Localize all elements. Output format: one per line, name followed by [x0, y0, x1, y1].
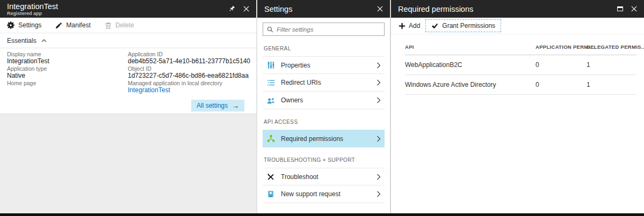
search-icon — [267, 26, 273, 33]
gear-icon — [7, 21, 15, 29]
required-permissions-title: Required permissions — [398, 5, 617, 13]
field-label: Display name — [7, 51, 122, 58]
chevron-right-icon — [377, 191, 381, 197]
app-toolbar: Settings Manifest Delete — [0, 18, 256, 33]
field-label: Object ID — [128, 65, 254, 72]
field-application-type: Application type Native — [7, 65, 122, 79]
filter-settings-input[interactable] — [277, 26, 380, 33]
section-label-general: GENERAL — [263, 46, 385, 51]
field-value: 1d723227-c5d7-486c-bd86-eea6821fd8aa — [128, 72, 254, 80]
delete-button[interactable]: Delete — [105, 21, 134, 29]
manifest-button-label: Manifest — [66, 21, 90, 29]
sliders-icon — [266, 61, 275, 69]
settings-item-redirect-uris[interactable]: Redirect URIs — [263, 74, 385, 92]
chevron-right-icon — [377, 136, 381, 142]
page-subtitle: Registered app — [7, 11, 228, 16]
chevron-right-icon — [377, 174, 381, 180]
column-header-application-permissions: APPLICATION PERMI... — [536, 44, 587, 50]
field-application-id: Application ID deb4b552-5a71-4e10-b611-2… — [128, 51, 254, 65]
delegated-permissions-count: 1 — [587, 81, 636, 88]
column-header-api: API — [405, 44, 536, 50]
settings-item-label: Required permissions — [281, 135, 371, 143]
settings-item-label: New support request — [281, 190, 371, 198]
field-managed-application: Managed application in local directory I… — [128, 80, 254, 94]
field-label: Application ID — [128, 51, 254, 58]
application-permissions-count: 0 — [536, 81, 587, 88]
settings-button[interactable]: Settings — [7, 21, 41, 29]
chevron-right-icon — [377, 97, 381, 103]
settings-item-label: Troubleshoot — [281, 173, 371, 181]
permissions-toolbar: Add Grant Permissions — [391, 18, 644, 34]
field-value — [7, 87, 122, 94]
column-header-delegated-permissions: DELEGATED PERMIS... — [587, 44, 644, 50]
settings-item-troubleshoot[interactable]: Troubleshoot — [263, 168, 385, 185]
field-value: Native — [7, 72, 122, 80]
close-icon[interactable] — [377, 6, 383, 12]
trash-icon — [105, 21, 112, 29]
field-home-page: Home page — [7, 80, 122, 94]
list-icon — [266, 79, 275, 87]
chevron-right-icon — [377, 79, 381, 86]
add-button-label: Add — [409, 22, 420, 29]
settings-title: Settings — [264, 5, 377, 13]
essentials-label: Essentials — [7, 37, 37, 44]
field-label: Application type — [7, 65, 122, 72]
manifest-button[interactable]: Manifest — [55, 21, 90, 29]
settings-item-new-support-request[interactable]: New support request — [263, 185, 385, 203]
blade-settings: Settings GENERAL — [257, 0, 391, 213]
blade-required-permissions-header: Required permissions — [391, 0, 644, 18]
blade-registered-app: IntegrationTest Registered app — [0, 0, 257, 213]
all-settings-label: All settings — [197, 102, 228, 109]
chevron-up-icon — [41, 39, 47, 42]
essentials-grid: Display name IntegrationTest Application… — [0, 48, 256, 99]
people-icon — [266, 96, 275, 105]
field-display-name: Display name IntegrationTest — [7, 51, 122, 65]
field-label: Managed application in local directory — [128, 80, 254, 87]
add-button[interactable]: Add — [399, 22, 420, 29]
field-value: IntegrationTest — [7, 58, 122, 65]
blade-settings-header: Settings — [257, 0, 390, 18]
settings-item-label: Properties — [281, 62, 371, 69]
table-row[interactable]: Windows Azure Active Directory 0 1 — [405, 75, 636, 95]
settings-button-label: Settings — [18, 21, 41, 29]
page-title: IntegrationTest — [7, 2, 228, 11]
permissions-table: API APPLICATION PERMI... DELEGATED PERMI… — [405, 40, 636, 95]
settings-item-label: Owners — [281, 96, 371, 104]
close-icon[interactable] — [243, 6, 249, 12]
settings-item-label: Redirect URIs — [281, 79, 371, 86]
grant-permissions-button[interactable]: Grant Permissions — [425, 19, 501, 32]
delegated-permissions-count: 1 — [587, 61, 636, 69]
settings-item-required-permissions[interactable]: Required permissions — [263, 130, 385, 147]
bottom-bar — [0, 213, 644, 216]
maximize-icon[interactable] — [617, 6, 623, 11]
settings-item-properties[interactable]: Properties — [263, 56, 385, 74]
support-person-icon — [266, 190, 275, 198]
field-label: Home page — [7, 80, 122, 87]
pin-icon[interactable] — [228, 5, 235, 12]
table-header-row: API APPLICATION PERMI... DELEGATED PERMI… — [405, 40, 636, 55]
field-object-id: Object ID 1d723227-c5d7-486c-bd86-eea682… — [128, 65, 254, 79]
application-permissions-count: 0 — [536, 61, 587, 69]
api-name: WebApplicationB2C — [405, 61, 536, 69]
section-label-api-access: API ACCESS — [263, 119, 385, 125]
blade-required-permissions: Required permissions Add Grant Perm — [391, 0, 644, 213]
section-label-troubleshooting: TROUBLESHOOTING + SUPPORT — [263, 157, 385, 163]
essentials-header[interactable]: Essentials — [0, 33, 256, 48]
pencil-icon — [55, 22, 62, 29]
close-icon[interactable] — [631, 6, 637, 12]
field-value: deb4b552-5a71-4e10-b611-23777b1c5140 — [128, 58, 254, 65]
check-icon — [431, 23, 438, 29]
filter-settings-box — [263, 23, 385, 36]
tools-icon — [266, 173, 275, 181]
delete-button-label: Delete — [115, 21, 134, 29]
managed-app-link[interactable]: IntegrationTest — [128, 87, 254, 94]
api-name: Windows Azure Active Directory — [405, 81, 536, 88]
azure-portal: IntegrationTest Registered app — [0, 0, 644, 216]
chevron-right-icon — [377, 62, 381, 69]
settings-item-owners[interactable]: Owners — [263, 92, 385, 109]
arrow-right-icon: → — [232, 102, 239, 110]
grant-permissions-label: Grant Permissions — [442, 22, 495, 29]
all-settings-button[interactable]: All settings → — [191, 100, 244, 111]
plus-icon — [399, 23, 406, 29]
table-row[interactable]: WebApplicationB2C 0 1 — [405, 55, 636, 75]
